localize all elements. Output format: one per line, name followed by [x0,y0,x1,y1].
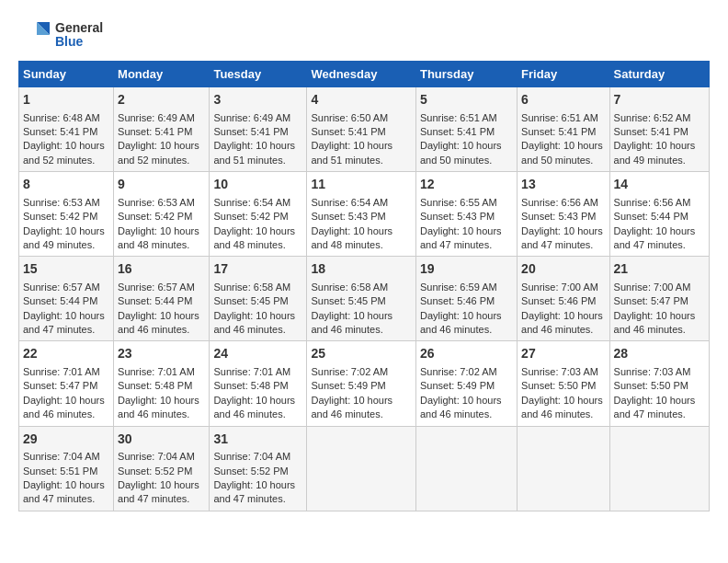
sunrise: Sunrise: 7:03 AM [521,366,598,377]
sunset: Sunset: 5:49 PM [311,380,385,391]
sunrise: Sunrise: 7:02 AM [311,366,388,377]
daylight: Daylight: 10 hours and 46 minutes. [521,310,603,335]
day-number: 18 [311,260,412,279]
calendar-cell [307,426,416,511]
sunset: Sunset: 5:44 PM [614,211,688,222]
calendar-cell: 26Sunrise: 7:02 AMSunset: 5:49 PMDayligh… [415,341,517,426]
daylight: Daylight: 10 hours and 48 minutes. [213,225,295,250]
sunrise: Sunrise: 7:00 AM [521,282,598,293]
day-number: 29 [23,431,109,449]
sunrise: Sunrise: 6:51 AM [521,112,598,123]
calendar-cell: 15Sunrise: 6:57 AMSunset: 5:44 PMDayligh… [19,257,114,341]
daylight: Daylight: 10 hours and 46 minutes. [614,310,696,335]
sunset: Sunset: 5:41 PM [311,126,385,137]
calendar-cell [415,426,517,511]
header-cell-thursday: Thursday [415,62,517,87]
calendar-cell: 31Sunrise: 7:04 AMSunset: 5:52 PMDayligh… [210,426,307,511]
week-row-5: 29Sunrise: 7:04 AMSunset: 5:51 PMDayligh… [19,426,710,511]
day-number: 21 [614,260,705,279]
sunset: Sunset: 5:46 PM [521,295,596,306]
day-number: 2 [118,91,205,109]
header-cell-monday: Monday [114,62,210,87]
daylight: Daylight: 10 hours and 47 minutes. [614,395,696,419]
day-number: 11 [311,176,412,194]
calendar-cell: 3Sunrise: 6:49 AMSunset: 5:41 PMDaylight… [210,87,307,172]
day-number: 1 [23,91,109,109]
calendar-cell: 20Sunrise: 7:00 AMSunset: 5:46 PMDayligh… [518,257,609,341]
daylight: Daylight: 10 hours and 51 minutes. [311,140,392,165]
logo: General Blue [18,18,103,52]
daylight: Daylight: 10 hours and 47 minutes. [521,225,603,250]
sunset: Sunset: 5:50 PM [614,380,688,391]
daylight: Daylight: 10 hours and 46 minutes. [213,395,295,419]
day-number: 6 [521,91,605,109]
calendar-cell: 5Sunrise: 6:51 AMSunset: 5:41 PMDaylight… [415,87,517,172]
day-number: 9 [118,176,205,194]
day-number: 3 [213,91,302,109]
sunrise: Sunrise: 6:53 AM [23,197,100,208]
sunrise: Sunrise: 6:56 AM [521,197,598,208]
calendar-cell: 9Sunrise: 6:53 AMSunset: 5:42 PMDaylight… [114,172,210,257]
sunset: Sunset: 5:43 PM [521,211,596,222]
calendar-cell: 13Sunrise: 6:56 AMSunset: 5:43 PMDayligh… [518,172,609,257]
header-cell-sunday: Sunday [19,62,114,87]
sunset: Sunset: 5:49 PM [420,380,495,391]
daylight: Daylight: 10 hours and 51 minutes. [213,140,295,165]
calendar-cell: 27Sunrise: 7:03 AMSunset: 5:50 PMDayligh… [518,341,609,426]
sunrise: Sunrise: 6:57 AM [23,282,100,293]
daylight: Daylight: 10 hours and 46 minutes. [420,395,502,419]
day-number: 15 [23,260,109,279]
calendar-cell: 29Sunrise: 7:04 AMSunset: 5:51 PMDayligh… [19,426,114,511]
page-header: General Blue [18,18,710,52]
header-cell-friday: Friday [518,62,609,87]
sunrise: Sunrise: 7:02 AM [420,366,497,377]
day-number: 31 [213,431,302,449]
sunset: Sunset: 5:41 PM [213,126,288,137]
day-number: 8 [23,176,109,194]
calendar-cell: 24Sunrise: 7:01 AMSunset: 5:48 PMDayligh… [210,341,307,426]
week-row-4: 22Sunrise: 7:01 AMSunset: 5:47 PMDayligh… [19,341,710,426]
daylight: Daylight: 10 hours and 47 minutes. [420,225,502,250]
sunset: Sunset: 5:47 PM [23,380,97,391]
sunrise: Sunrise: 7:01 AM [23,366,100,377]
day-number: 5 [420,91,513,109]
daylight: Daylight: 10 hours and 52 minutes. [23,140,105,165]
calendar-cell: 8Sunrise: 6:53 AMSunset: 5:42 PMDaylight… [19,172,114,257]
calendar-cell: 12Sunrise: 6:55 AMSunset: 5:43 PMDayligh… [415,172,517,257]
sunrise: Sunrise: 6:57 AM [118,282,195,293]
calendar-cell: 19Sunrise: 6:59 AMSunset: 5:46 PMDayligh… [415,257,517,341]
sunrise: Sunrise: 7:04 AM [213,451,290,462]
sunrise: Sunrise: 7:00 AM [614,282,691,293]
daylight: Daylight: 10 hours and 48 minutes. [311,225,392,250]
daylight: Daylight: 10 hours and 50 minutes. [521,140,603,165]
sunrise: Sunrise: 6:56 AM [614,197,691,208]
daylight: Daylight: 10 hours and 47 minutes. [23,310,105,335]
calendar-cell: 16Sunrise: 6:57 AMSunset: 5:44 PMDayligh… [114,257,210,341]
sunset: Sunset: 5:41 PM [521,126,596,137]
day-number: 22 [23,345,109,363]
daylight: Daylight: 10 hours and 47 minutes. [213,479,295,504]
sunset: Sunset: 5:45 PM [311,295,385,306]
sunrise: Sunrise: 6:48 AM [23,112,100,123]
week-row-3: 15Sunrise: 6:57 AMSunset: 5:44 PMDayligh… [19,257,710,341]
day-number: 28 [614,345,705,363]
daylight: Daylight: 10 hours and 47 minutes. [614,225,696,250]
header-cell-wednesday: Wednesday [307,62,416,87]
day-number: 19 [420,260,513,279]
calendar-cell: 7Sunrise: 6:52 AMSunset: 5:41 PMDaylight… [609,87,709,172]
day-number: 16 [118,260,205,279]
sunrise: Sunrise: 6:59 AM [420,282,497,293]
sunset: Sunset: 5:45 PM [213,295,288,306]
calendar-cell: 14Sunrise: 6:56 AMSunset: 5:44 PMDayligh… [609,172,709,257]
sunset: Sunset: 5:52 PM [213,465,288,477]
sunrise: Sunrise: 7:04 AM [118,451,195,462]
day-number: 13 [521,176,605,194]
sunrise: Sunrise: 6:49 AM [213,112,290,123]
calendar-cell: 2Sunrise: 6:49 AMSunset: 5:41 PMDaylight… [114,87,210,172]
header-cell-saturday: Saturday [609,62,709,87]
sunrise: Sunrise: 6:58 AM [213,282,290,293]
day-number: 26 [420,345,513,363]
daylight: Daylight: 10 hours and 49 minutes. [23,225,105,250]
week-row-1: 1Sunrise: 6:48 AMSunset: 5:41 PMDaylight… [19,87,710,172]
week-row-2: 8Sunrise: 6:53 AMSunset: 5:42 PMDaylight… [19,172,710,257]
